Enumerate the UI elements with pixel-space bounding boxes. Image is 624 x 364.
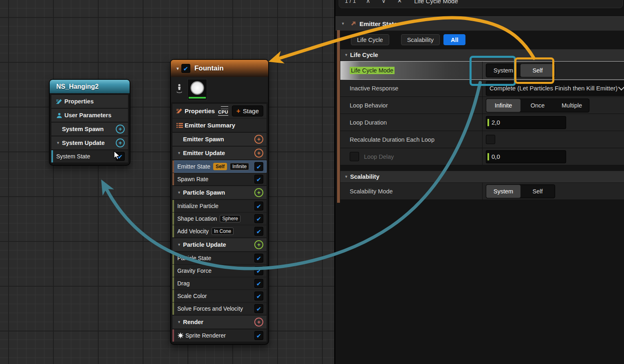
tab-all[interactable]: All xyxy=(443,34,466,45)
add-module-button[interactable]: + xyxy=(254,188,263,197)
emitter-node-checkbox-emitter-state[interactable]: ✔ xyxy=(254,162,263,171)
collapse-triangle-icon[interactable]: ▼ xyxy=(341,22,347,26)
chevron-down-icon[interactable]: ∨ xyxy=(381,0,386,4)
add-stage-button[interactable]: + Stage xyxy=(232,105,263,116)
system-node-checkbox-system-state[interactable]: ✔ xyxy=(116,152,125,161)
collapse-triangle-icon[interactable]: ▼ xyxy=(344,53,350,57)
emitter-node-checkbox-gravity-force[interactable]: ✔ xyxy=(254,266,263,275)
loop-delay-input[interactable]: 0,0 xyxy=(486,150,566,163)
emitter-node-checkbox-particle-state[interactable]: ✔ xyxy=(254,254,263,263)
emitter-enabled-checkbox[interactable]: ✔ xyxy=(181,64,190,73)
emitter-node-row-spawn-rate[interactable]: Spawn Rate✔ xyxy=(172,173,267,185)
add-module-button[interactable]: + xyxy=(116,138,125,147)
enable-override-checkbox[interactable] xyxy=(350,152,359,161)
category-color-bar xyxy=(172,252,174,264)
emitter-node-label-emitter-state: Emitter State xyxy=(177,163,210,170)
category-header-life-cycle[interactable]: ▼Life Cycle xyxy=(340,49,624,61)
emitter-node-row-emitter-update[interactable]: ▼Emitter Update+ xyxy=(172,147,267,160)
property-label: Loop Behavior xyxy=(350,102,388,109)
add-module-button[interactable]: + xyxy=(254,149,263,158)
option-system[interactable]: System xyxy=(486,185,520,198)
emitter-node-checkbox-solve-forces-and-velocity[interactable]: ✔ xyxy=(254,304,263,313)
system-node-row-system-state[interactable]: System State✔ xyxy=(51,150,128,162)
option-infinite[interactable]: Infinite xyxy=(486,99,520,112)
pencil-icon xyxy=(176,108,185,114)
particle-thumbnail[interactable] xyxy=(187,79,207,100)
niagara-editor: NS_Hanging2 PropertiesUser Parameters▼Sy… xyxy=(0,0,624,364)
badge-self: Self xyxy=(213,163,227,170)
property-row-recalculate-duration-each-loop[interactable]: Recalculate Duration Each Loop xyxy=(340,131,624,148)
property-label: Inactive Response xyxy=(350,85,398,92)
add-module-button[interactable]: + xyxy=(116,125,125,134)
add-module-button[interactable]: + xyxy=(254,318,263,327)
emitter-node-row-particle-state[interactable]: Particle State✔ xyxy=(172,252,267,264)
property-row-loop-delay[interactable]: Loop Delay0,0 xyxy=(340,148,624,165)
emitter-node-row-sprite-renderer[interactable]: Sprite Renderer✔ xyxy=(172,329,267,342)
option-self[interactable]: Self xyxy=(520,64,555,77)
add-module-button[interactable]: + xyxy=(254,135,263,144)
close-icon[interactable]: ✕ xyxy=(397,0,402,4)
chevron-down-icon xyxy=(618,84,624,91)
add-module-button[interactable]: + xyxy=(254,240,263,249)
system-node-label-user-parameters: User Parameters xyxy=(64,112,111,118)
emitter-node-checkbox-spawn-rate[interactable]: ✔ xyxy=(254,175,263,184)
system-node-row-user-parameters[interactable]: User Parameters xyxy=(51,109,128,122)
recalculate-duration-each-loop-checkbox[interactable] xyxy=(486,135,495,144)
collapse-triangle-icon[interactable]: ▼ xyxy=(176,66,180,71)
property-row-loop-behavior[interactable]: Loop BehaviorInfiniteOnceMultiple xyxy=(340,97,624,114)
emitter-node-row-initialize-particle[interactable]: Initialize Particle✔ xyxy=(172,200,267,212)
chevron-up-icon[interactable]: ∧ xyxy=(366,0,370,4)
category-header-scalability[interactable]: ▼Scalability xyxy=(340,171,624,183)
property-row-scalability-mode[interactable]: Scalability ModeSystemSelf xyxy=(340,183,624,200)
emitter-node-row-emitter-spawn[interactable]: ▼Emitter Spawn+ xyxy=(172,133,267,146)
system-node-row-properties[interactable]: Properties xyxy=(51,95,128,108)
emitter-node-row-particle-update[interactable]: ▼Particle Update+ xyxy=(172,238,267,251)
system-node-row-system-spawn[interactable]: ▼System Spawn+ xyxy=(51,123,128,136)
system-node-header[interactable]: NS_Hanging2 xyxy=(50,80,130,93)
emitter-node-row-solve-forces-and-velocity[interactable]: Solve Forces and Velocity✔ xyxy=(172,303,267,315)
collapse-triangle-icon[interactable]: ▼ xyxy=(177,320,183,324)
option-self[interactable]: Self xyxy=(520,185,555,198)
collapse-triangle-icon[interactable]: ▼ xyxy=(344,175,350,179)
emitter-node-checkbox-drag[interactable]: ✔ xyxy=(254,279,263,288)
emitter-node-row-shape-location[interactable]: Shape LocationSphere✔ xyxy=(172,213,267,225)
burst-icon xyxy=(177,332,185,339)
option-once[interactable]: Once xyxy=(520,99,555,112)
emitter-node-checkbox-shape-location[interactable]: ✔ xyxy=(254,214,263,223)
collapse-triangle-icon[interactable]: ▼ xyxy=(56,141,62,145)
system-node[interactable]: NS_Hanging2 PropertiesUser Parameters▼Sy… xyxy=(49,79,130,166)
emitter-node-row-emitter-state[interactable]: Emitter StateSelfInfinite✔ xyxy=(172,160,267,173)
emitter-node-row-add-velocity[interactable]: Add VelocityIn Cone✔ xyxy=(172,225,267,237)
emitter-node-checkbox-sprite-renderer[interactable]: ✔ xyxy=(254,331,263,340)
emitter-node-row-gravity-force[interactable]: Gravity Force✔ xyxy=(172,265,267,277)
emitter-node-row-render[interactable]: ▼Render+ xyxy=(172,316,267,329)
badge-sphere: Sphere xyxy=(220,215,240,222)
property-row-loop-duration[interactable]: Loop Duration2,0 xyxy=(340,114,624,131)
collapse-triangle-icon[interactable]: ▼ xyxy=(177,243,183,247)
tab-life-cycle[interactable]: Life Cycle xyxy=(351,34,389,45)
collapse-triangle-icon[interactable]: ▼ xyxy=(177,151,183,155)
property-row-life-cycle-mode[interactable]: Life Cycle ModeSystemSelf xyxy=(340,61,624,80)
emitter-summary-row[interactable]: Emitter Summary xyxy=(172,118,267,132)
collapse-triangle-icon[interactable]: ▼ xyxy=(177,191,183,195)
tab-scalability[interactable]: Scalability xyxy=(401,34,440,45)
loop-duration-input[interactable]: 2,0 xyxy=(486,116,566,129)
emitter-node-label-solve-forces-and-velocity: Solve Forces and Velocity xyxy=(177,305,243,312)
emitter-state-section-header[interactable]: ▼ Emitter State xyxy=(335,16,624,31)
property-row-inactive-response[interactable]: Inactive ResponseComplete (Let Particles… xyxy=(340,80,624,97)
emitter-node-checkbox-scale-color[interactable]: ✔ xyxy=(254,292,263,300)
option-multiple[interactable]: Multiple xyxy=(555,99,589,112)
inactive-response-dropdown[interactable]: Complete (Let Particles Finish then Kill… xyxy=(486,81,624,96)
node-graph-canvas[interactable]: NS_Hanging2 PropertiesUser Parameters▼Sy… xyxy=(0,0,334,364)
emitter-node-header[interactable]: ▼ ✔ Fountain xyxy=(171,60,268,77)
emitter-node-checkbox-initialize-particle[interactable]: ✔ xyxy=(254,202,263,211)
list-icon xyxy=(176,123,185,128)
system-node-row-system-update[interactable]: ▼System Update+ xyxy=(51,136,128,149)
emitter-properties-row[interactable]: Properties CPU + Stage xyxy=(172,104,267,118)
emitter-node[interactable]: ▼ ✔ Fountain Properties CPU + xyxy=(170,59,269,345)
emitter-node-row-particle-spawn[interactable]: ▼Particle Spawn+ xyxy=(172,186,267,199)
option-system[interactable]: System xyxy=(486,64,520,77)
emitter-node-checkbox-add-velocity[interactable]: ✔ xyxy=(254,227,263,236)
emitter-node-row-scale-color[interactable]: Scale Color✔ xyxy=(172,290,267,302)
emitter-node-row-drag[interactable]: Drag✔ xyxy=(172,277,267,289)
